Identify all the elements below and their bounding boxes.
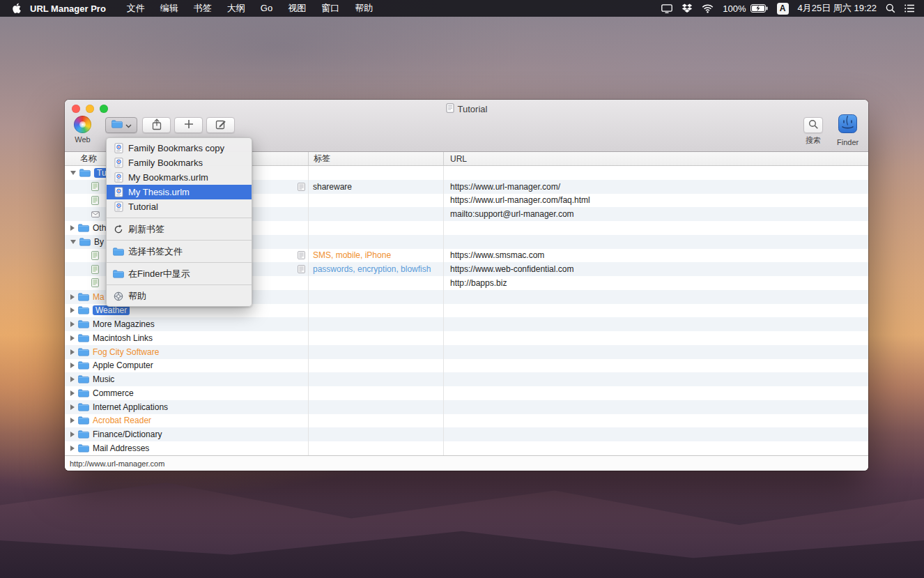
- menubar-menu[interactable]: 文件: [119, 0, 153, 17]
- share-button[interactable]: [142, 117, 171, 133]
- disclosure-triangle[interactable]: [70, 171, 76, 175]
- table-row[interactable]: Internet Applications: [65, 400, 868, 414]
- cell-tags: shareware: [309, 180, 444, 194]
- document-proxy-icon: [446, 103, 454, 115]
- folder-name: More Magazines: [93, 319, 155, 329]
- urlm-doc-icon: [113, 201, 124, 212]
- add-bookmark-button[interactable]: [174, 117, 203, 133]
- table-row[interactable]: Apple Computer: [65, 359, 868, 373]
- column-header-url[interactable]: URL: [444, 152, 868, 165]
- bookmark-icon: [91, 265, 99, 274]
- table-row[interactable]: Finance/Dictionary: [65, 427, 868, 441]
- menubar-menu[interactable]: Go: [253, 0, 280, 17]
- chevron-down-icon: [125, 120, 132, 130]
- menu-item-label: 帮助: [128, 290, 146, 303]
- menu-item[interactable]: My Bookmarks.urlm: [107, 170, 252, 185]
- folder-name: Fog City Software: [93, 347, 159, 357]
- folder-name: Weather: [93, 305, 130, 315]
- disclosure-triangle[interactable]: [70, 294, 75, 300]
- dropbox-icon[interactable]: [682, 3, 693, 13]
- menu-item[interactable]: 帮助: [107, 289, 252, 303]
- urlm-doc-icon: [113, 158, 124, 168]
- table-row[interactable]: Fog City Software: [65, 345, 868, 359]
- cell-url: [444, 386, 868, 400]
- menu-item[interactable]: 在Finder中显示: [107, 266, 252, 281]
- search-icon: [808, 119, 819, 132]
- spotlight-search-icon[interactable]: [886, 3, 895, 13]
- cell-name: Internet Applications: [65, 400, 309, 414]
- disclosure-triangle[interactable]: [70, 321, 75, 327]
- folder-icon: [113, 248, 124, 256]
- cell-name: Mail Addresses: [65, 441, 309, 455]
- table-row[interactable]: Commerce: [65, 386, 868, 400]
- bookmark-icon: [91, 251, 99, 260]
- disclosure-triangle[interactable]: [70, 307, 75, 313]
- menu-item-label: My Bookmarks.urlm: [128, 172, 208, 183]
- table-row[interactable]: Mail Addresses: [65, 441, 868, 455]
- menu-item[interactable]: Family Bookmarks: [107, 155, 252, 170]
- disclosure-triangle[interactable]: [70, 335, 75, 341]
- input-method-badge[interactable]: A: [777, 3, 789, 15]
- menubar-app-name[interactable]: URL Manager Pro: [30, 3, 106, 14]
- disclosure-triangle[interactable]: [70, 418, 75, 423]
- menubar-menu[interactable]: 窗口: [314, 0, 347, 17]
- menu-item-label: 在Finder中显示: [128, 268, 190, 280]
- disclosure-triangle[interactable]: [70, 404, 75, 410]
- disclosure-triangle[interactable]: [70, 349, 75, 355]
- folder-name: Macintosh Links: [93, 333, 153, 343]
- wifi-icon[interactable]: [702, 4, 714, 13]
- column-header-tags[interactable]: 标签: [309, 152, 444, 165]
- disclosure-triangle[interactable]: [70, 363, 75, 368]
- folder-name: Finance/Dictionary: [93, 429, 162, 439]
- web-button[interactable]: [74, 116, 91, 133]
- menubar-menu[interactable]: 大纲: [220, 0, 253, 17]
- edit-button[interactable]: [206, 117, 235, 133]
- battery-charging-icon[interactable]: [750, 4, 768, 13]
- cell-name: More Magazines: [65, 317, 309, 331]
- disclosure-triangle[interactable]: [70, 377, 75, 382]
- disclosure-triangle[interactable]: [70, 240, 76, 244]
- cell-url: https://www.smsmac.com: [444, 249, 868, 263]
- cell-tags: [309, 345, 444, 359]
- menu-item[interactable]: 选择书签文件: [107, 244, 252, 259]
- display-icon[interactable]: [661, 4, 672, 13]
- menu-list-icon[interactable]: [904, 4, 915, 13]
- folder-icon: [78, 430, 89, 439]
- cell-url: mailto:support@url-manager.com: [444, 207, 868, 221]
- urlm-doc-icon: [113, 143, 124, 153]
- menu-item[interactable]: Family Bookmarks copy: [107, 141, 252, 155]
- bookmark-icon: [91, 196, 99, 205]
- folder-name: Oth: [93, 223, 106, 233]
- menubar-menu[interactable]: 帮助: [347, 0, 380, 17]
- menubar-menus: 文件编辑书签大纲Go视图窗口帮助: [119, 0, 380, 17]
- cell-tags: [309, 276, 444, 290]
- table-row[interactable]: Music: [65, 372, 868, 386]
- menu-item[interactable]: 刷新书签: [107, 222, 252, 236]
- disclosure-triangle[interactable]: [70, 446, 75, 451]
- menu-item[interactable]: Tutorial: [107, 199, 252, 214]
- finder-button[interactable]: [838, 114, 857, 136]
- menubar-menu[interactable]: 视图: [280, 0, 314, 17]
- disclosure-triangle[interactable]: [70, 225, 75, 231]
- menubar-menu[interactable]: 编辑: [153, 0, 186, 17]
- bookmark-files-dropdown-button[interactable]: [105, 117, 137, 133]
- menubar-menu[interactable]: 书签: [186, 0, 220, 17]
- search-button[interactable]: [803, 117, 823, 133]
- table-row[interactable]: Macintosh Links: [65, 331, 868, 345]
- table-row[interactable]: Acrobat Reader: [65, 414, 868, 428]
- cell-url: https://www.url-manager.com/: [444, 180, 868, 194]
- cell-url: [444, 400, 868, 414]
- menubar-clock[interactable]: 4月25日 周六 19:22: [798, 2, 877, 15]
- cell-tags: [309, 317, 444, 331]
- menu-item-label: Family Bookmarks: [128, 158, 203, 168]
- folder-icon: [78, 444, 89, 452]
- table-row[interactable]: More Magazines: [65, 317, 868, 331]
- cell-url: [444, 331, 868, 345]
- disclosure-triangle[interactable]: [70, 390, 75, 396]
- menu-bar: URL Manager Pro 文件编辑书签大纲Go视图窗口帮助 100% A …: [0, 0, 924, 17]
- folder-icon: [78, 361, 89, 370]
- menu-item[interactable]: My Thesis.urlm: [107, 185, 252, 199]
- disclosure-triangle[interactable]: [70, 432, 75, 437]
- refresh-icon: [113, 225, 124, 234]
- apple-menu-icon[interactable]: [12, 3, 21, 14]
